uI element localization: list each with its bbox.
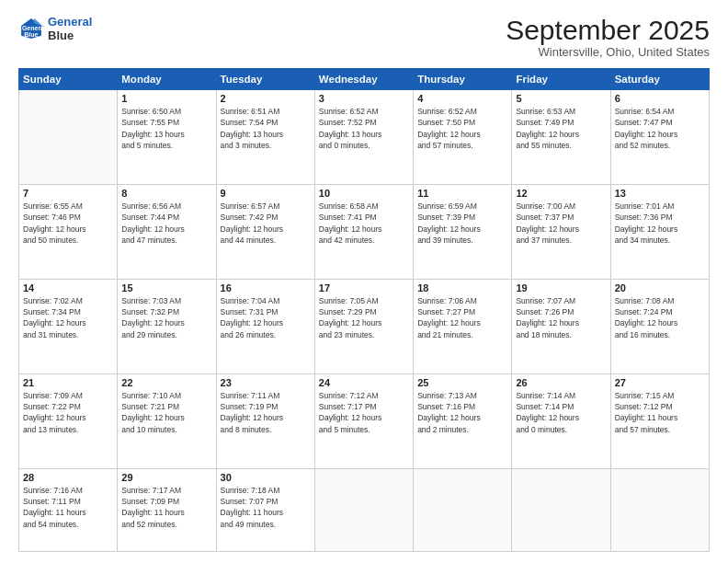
day-info: Sunrise: 7:00 AMSunset: 7:37 PMDaylight:… [516,201,606,246]
calendar-table: Sunday Monday Tuesday Wednesday Thursday… [18,68,710,552]
day-info: Sunrise: 7:03 AMSunset: 7:32 PMDaylight:… [121,295,211,340]
day-info: Sunrise: 6:55 AMSunset: 7:46 PMDaylight:… [23,201,113,246]
day-info: Sunrise: 6:57 AMSunset: 7:42 PMDaylight:… [221,201,311,246]
day-number: 20 [615,282,705,293]
table-row [314,468,413,551]
logo-icon: General Blue [18,16,44,41]
header-monday: Monday [118,69,216,90]
day-info: Sunrise: 7:02 AMSunset: 7:34 PMDaylight:… [23,295,113,340]
logo-line2: Blue [48,29,74,42]
location: Wintersville, Ohio, United States [506,45,710,59]
table-row: 28Sunrise: 7:16 AMSunset: 7:11 PMDayligh… [19,468,118,551]
day-info: Sunrise: 7:05 AMSunset: 7:29 PMDaylight:… [319,295,409,340]
day-info: Sunrise: 7:17 AMSunset: 7:09 PMDaylight:… [121,485,211,530]
table-row: 5Sunrise: 6:53 AMSunset: 7:49 PMDaylight… [512,90,610,185]
table-row: 16Sunrise: 7:04 AMSunset: 7:31 PMDayligh… [216,279,314,373]
table-row: 7Sunrise: 6:55 AMSunset: 7:46 PMDaylight… [19,184,118,279]
header-sunday: Sunday [19,69,118,90]
day-info: Sunrise: 6:58 AMSunset: 7:41 PMDaylight:… [319,201,409,246]
table-row: 9Sunrise: 6:57 AMSunset: 7:42 PMDaylight… [216,184,314,279]
table-row: 13Sunrise: 7:01 AMSunset: 7:36 PMDayligh… [610,184,709,279]
header-thursday: Thursday [414,69,512,90]
day-number: 24 [319,377,409,388]
table-row: 19Sunrise: 7:07 AMSunset: 7:26 PMDayligh… [512,279,610,373]
header-saturday: Saturday [610,69,709,90]
day-info: Sunrise: 6:52 AMSunset: 7:50 PMDaylight:… [417,106,507,151]
day-number: 3 [319,93,409,104]
day-number: 28 [23,472,113,483]
day-number: 29 [121,472,211,483]
header-wednesday: Wednesday [314,69,413,90]
day-info: Sunrise: 6:52 AMSunset: 7:52 PMDaylight:… [319,106,409,151]
svg-text:General: General [22,25,44,31]
table-row: 20Sunrise: 7:08 AMSunset: 7:24 PMDayligh… [610,279,709,373]
day-number: 23 [221,377,311,388]
table-row: 23Sunrise: 7:11 AMSunset: 7:19 PMDayligh… [216,373,314,468]
table-row: 3Sunrise: 6:52 AMSunset: 7:52 PMDaylight… [314,90,413,185]
day-number: 5 [516,93,606,104]
table-row: 30Sunrise: 7:18 AMSunset: 7:07 PMDayligh… [216,468,314,551]
day-info: Sunrise: 6:50 AMSunset: 7:55 PMDaylight:… [121,106,211,151]
day-number: 26 [516,377,606,388]
day-info: Sunrise: 7:06 AMSunset: 7:27 PMDaylight:… [417,295,507,340]
table-row [19,90,118,185]
table-row: 21Sunrise: 7:09 AMSunset: 7:22 PMDayligh… [19,373,118,468]
day-number: 25 [417,377,507,388]
day-info: Sunrise: 7:09 AMSunset: 7:22 PMDaylight:… [23,390,113,435]
day-info: Sunrise: 7:15 AMSunset: 7:12 PMDaylight:… [615,390,705,435]
title-section: September 2025 Wintersville, Ohio, Unite… [506,15,710,59]
table-row: 12Sunrise: 7:00 AMSunset: 7:37 PMDayligh… [512,184,610,279]
table-row: 27Sunrise: 7:15 AMSunset: 7:12 PMDayligh… [610,373,709,468]
table-row: 10Sunrise: 6:58 AMSunset: 7:41 PMDayligh… [314,184,413,279]
day-info: Sunrise: 7:16 AMSunset: 7:11 PMDaylight:… [23,485,113,530]
header-tuesday: Tuesday [216,69,314,90]
table-row: 8Sunrise: 6:56 AMSunset: 7:44 PMDaylight… [118,184,216,279]
page: General Blue General Blue September 2025… [0,0,728,563]
day-number: 30 [221,472,311,483]
day-number: 4 [417,93,507,104]
day-number: 17 [319,282,409,293]
day-info: Sunrise: 6:56 AMSunset: 7:44 PMDaylight:… [121,201,211,246]
day-info: Sunrise: 7:10 AMSunset: 7:21 PMDaylight:… [121,390,211,435]
day-number: 19 [516,282,606,293]
day-number: 13 [615,188,705,199]
day-number: 18 [417,282,507,293]
table-row: 18Sunrise: 7:06 AMSunset: 7:27 PMDayligh… [414,279,512,373]
header: General Blue General Blue September 2025… [18,15,710,59]
day-info: Sunrise: 6:54 AMSunset: 7:47 PMDaylight:… [615,106,705,151]
day-info: Sunrise: 7:01 AMSunset: 7:36 PMDaylight:… [615,201,705,246]
table-row [414,468,512,551]
day-info: Sunrise: 7:14 AMSunset: 7:14 PMDaylight:… [516,390,606,435]
day-number: 22 [121,377,211,388]
table-row: 24Sunrise: 7:12 AMSunset: 7:17 PMDayligh… [314,373,413,468]
table-row: 17Sunrise: 7:05 AMSunset: 7:29 PMDayligh… [314,279,413,373]
table-row: 11Sunrise: 6:59 AMSunset: 7:39 PMDayligh… [414,184,512,279]
day-number: 9 [221,188,311,199]
day-number: 6 [615,93,705,104]
day-number: 1 [121,93,211,104]
day-info: Sunrise: 7:08 AMSunset: 7:24 PMDaylight:… [615,295,705,340]
table-row: 15Sunrise: 7:03 AMSunset: 7:32 PMDayligh… [118,279,216,373]
day-info: Sunrise: 7:07 AMSunset: 7:26 PMDaylight:… [516,295,606,340]
table-row: 25Sunrise: 7:13 AMSunset: 7:16 PMDayligh… [414,373,512,468]
day-number: 2 [221,93,311,104]
day-number: 16 [221,282,311,293]
logo-text: General Blue [48,15,92,42]
table-row: 2Sunrise: 6:51 AMSunset: 7:54 PMDaylight… [216,90,314,185]
header-friday: Friday [512,69,610,90]
table-row [610,468,709,551]
calendar-header-row: Sunday Monday Tuesday Wednesday Thursday… [19,69,710,90]
day-info: Sunrise: 7:18 AMSunset: 7:07 PMDaylight:… [221,485,311,530]
table-row: 29Sunrise: 7:17 AMSunset: 7:09 PMDayligh… [118,468,216,551]
day-info: Sunrise: 7:11 AMSunset: 7:19 PMDaylight:… [221,390,311,435]
day-info: Sunrise: 6:53 AMSunset: 7:49 PMDaylight:… [516,106,606,151]
day-number: 11 [417,188,507,199]
day-info: Sunrise: 7:04 AMSunset: 7:31 PMDaylight:… [221,295,311,340]
day-number: 10 [319,188,409,199]
day-number: 7 [23,188,113,199]
day-number: 12 [516,188,606,199]
table-row: 6Sunrise: 6:54 AMSunset: 7:47 PMDaylight… [610,90,709,185]
table-row: 22Sunrise: 7:10 AMSunset: 7:21 PMDayligh… [118,373,216,468]
day-number: 27 [615,377,705,388]
day-number: 21 [23,377,113,388]
